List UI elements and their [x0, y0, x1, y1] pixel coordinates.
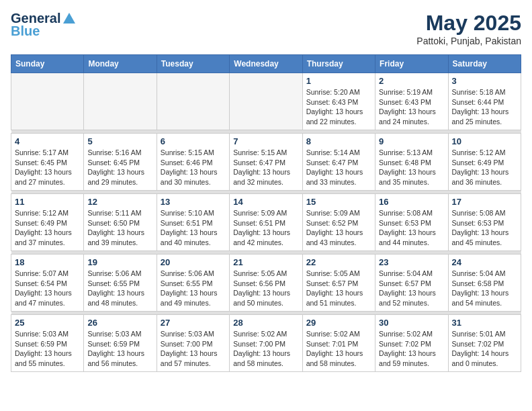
day-info: Sunrise: 5:05 AMSunset: 6:56 PMDaylight:…	[233, 269, 298, 308]
month-year: May 2025	[416, 11, 521, 36]
day-number: 7	[233, 136, 298, 146]
day-cell: 30Sunrise: 5:02 AMSunset: 7:02 PMDayligh…	[375, 315, 448, 372]
day-info: Sunrise: 5:09 AMSunset: 6:51 PMDaylight:…	[233, 208, 298, 248]
day-cell: 29Sunrise: 5:02 AMSunset: 7:01 PMDayligh…	[302, 315, 375, 372]
day-cell	[157, 73, 229, 130]
day-info: Sunrise: 5:03 AMSunset: 6:59 PMDaylight:…	[87, 329, 152, 369]
title-block: May 2025 Pattoki, Punjab, Pakistan	[416, 11, 521, 46]
day-info: Sunrise: 5:20 AMSunset: 6:43 PMDaylight:…	[306, 87, 371, 127]
day-cell: 21Sunrise: 5:05 AMSunset: 6:56 PMDayligh…	[230, 255, 302, 312]
day-number: 22	[306, 257, 371, 267]
day-number: 15	[306, 197, 371, 207]
day-cell: 7Sunrise: 5:15 AMSunset: 6:47 PMDaylight…	[230, 134, 302, 191]
weekday-header-friday: Friday	[375, 55, 448, 73]
weekday-header-tuesday: Tuesday	[157, 55, 229, 73]
day-info: Sunrise: 5:16 AMSunset: 6:45 PMDaylight:…	[87, 148, 152, 187]
day-cell: 22Sunrise: 5:05 AMSunset: 6:57 PMDayligh…	[302, 255, 375, 312]
day-number: 1	[306, 76, 371, 86]
day-info: Sunrise: 5:18 AMSunset: 6:44 PMDaylight:…	[452, 87, 517, 127]
day-cell: 27Sunrise: 5:03 AMSunset: 7:00 PMDayligh…	[157, 315, 229, 372]
day-info: Sunrise: 5:01 AMSunset: 7:02 PMDaylight:…	[452, 329, 517, 369]
week-row-1: 1Sunrise: 5:20 AMSunset: 6:43 PMDaylight…	[11, 73, 521, 130]
day-info: Sunrise: 5:19 AMSunset: 6:43 PMDaylight:…	[379, 87, 444, 127]
day-info: Sunrise: 5:03 AMSunset: 7:00 PMDaylight:…	[161, 329, 226, 369]
weekday-header-saturday: Saturday	[448, 55, 521, 73]
day-info: Sunrise: 5:08 AMSunset: 6:53 PMDaylight:…	[452, 208, 517, 248]
day-number: 9	[379, 136, 444, 146]
day-info: Sunrise: 5:15 AMSunset: 6:46 PMDaylight:…	[161, 148, 226, 187]
day-cell: 31Sunrise: 5:01 AMSunset: 7:02 PMDayligh…	[448, 315, 521, 372]
weekday-header-row: SundayMondayTuesdayWednesdayThursdayFrid…	[11, 55, 521, 73]
day-cell: 24Sunrise: 5:04 AMSunset: 6:58 PMDayligh…	[448, 255, 521, 312]
day-cell: 14Sunrise: 5:09 AMSunset: 6:51 PMDayligh…	[230, 194, 302, 251]
day-info: Sunrise: 5:02 AMSunset: 7:01 PMDaylight:…	[306, 329, 371, 369]
day-number: 30	[379, 318, 444, 328]
day-number: 29	[306, 318, 371, 328]
week-row-3: 11Sunrise: 5:12 AMSunset: 6:49 PMDayligh…	[11, 194, 521, 251]
day-number: 25	[15, 318, 80, 328]
day-info: Sunrise: 5:17 AMSunset: 6:45 PMDaylight:…	[15, 148, 80, 187]
weekday-header-wednesday: Wednesday	[230, 55, 302, 73]
day-info: Sunrise: 5:05 AMSunset: 6:57 PMDaylight:…	[306, 269, 371, 308]
day-number: 23	[379, 257, 444, 267]
day-cell: 2Sunrise: 5:19 AMSunset: 6:43 PMDaylight…	[375, 73, 448, 130]
day-number: 31	[452, 318, 517, 328]
day-number: 27	[161, 318, 226, 328]
week-row-5: 25Sunrise: 5:03 AMSunset: 6:59 PMDayligh…	[11, 315, 521, 372]
day-cell: 19Sunrise: 5:06 AMSunset: 6:55 PMDayligh…	[84, 255, 157, 312]
weekday-header-sunday: Sunday	[11, 55, 84, 73]
day-info: Sunrise: 5:09 AMSunset: 6:52 PMDaylight:…	[306, 208, 371, 248]
day-info: Sunrise: 5:04 AMSunset: 6:58 PMDaylight:…	[452, 269, 517, 308]
day-cell: 26Sunrise: 5:03 AMSunset: 6:59 PMDayligh…	[84, 315, 157, 372]
day-cell: 11Sunrise: 5:12 AMSunset: 6:49 PMDayligh…	[11, 194, 84, 251]
day-cell: 8Sunrise: 5:14 AMSunset: 6:47 PMDaylight…	[302, 134, 375, 191]
day-cell: 25Sunrise: 5:03 AMSunset: 6:59 PMDayligh…	[11, 315, 84, 372]
day-cell: 12Sunrise: 5:11 AMSunset: 6:50 PMDayligh…	[84, 194, 157, 251]
logo: General Blue	[11, 11, 77, 39]
day-number: 12	[87, 197, 152, 207]
calendar: SundayMondayTuesdayWednesdayThursdayFrid…	[11, 54, 521, 372]
day-cell: 16Sunrise: 5:08 AMSunset: 6:53 PMDayligh…	[375, 194, 448, 251]
day-number: 17	[452, 197, 517, 207]
day-number: 11	[15, 197, 80, 207]
day-cell: 23Sunrise: 5:04 AMSunset: 6:57 PMDayligh…	[375, 255, 448, 312]
day-cell	[84, 73, 157, 130]
day-cell: 5Sunrise: 5:16 AMSunset: 6:45 PMDaylight…	[84, 134, 157, 191]
week-row-4: 18Sunrise: 5:07 AMSunset: 6:54 PMDayligh…	[11, 255, 521, 312]
day-cell: 10Sunrise: 5:12 AMSunset: 6:49 PMDayligh…	[448, 134, 521, 191]
day-cell: 3Sunrise: 5:18 AMSunset: 6:44 PMDaylight…	[448, 73, 521, 130]
logo-icon	[62, 11, 77, 26]
day-cell: 20Sunrise: 5:06 AMSunset: 6:55 PMDayligh…	[157, 255, 229, 312]
week-row-2: 4Sunrise: 5:17 AMSunset: 6:45 PMDaylight…	[11, 134, 521, 191]
day-number: 13	[161, 197, 226, 207]
day-number: 2	[379, 76, 444, 86]
svg-marker-0	[63, 13, 75, 24]
day-info: Sunrise: 5:14 AMSunset: 6:47 PMDaylight:…	[306, 148, 371, 187]
day-cell: 17Sunrise: 5:08 AMSunset: 6:53 PMDayligh…	[448, 194, 521, 251]
day-number: 4	[15, 136, 80, 146]
day-cell: 6Sunrise: 5:15 AMSunset: 6:46 PMDaylight…	[157, 134, 229, 191]
weekday-header-thursday: Thursday	[302, 55, 375, 73]
day-cell	[230, 73, 302, 130]
day-number: 3	[452, 76, 517, 86]
day-number: 26	[87, 318, 152, 328]
page-header: General Blue May 2025 Pattoki, Punjab, P…	[11, 11, 521, 46]
day-number: 24	[452, 257, 517, 267]
day-number: 10	[452, 136, 517, 146]
day-info: Sunrise: 5:03 AMSunset: 6:59 PMDaylight:…	[15, 329, 80, 369]
day-cell: 13Sunrise: 5:10 AMSunset: 6:51 PMDayligh…	[157, 194, 229, 251]
day-cell: 15Sunrise: 5:09 AMSunset: 6:52 PMDayligh…	[302, 194, 375, 251]
day-info: Sunrise: 5:12 AMSunset: 6:49 PMDaylight:…	[15, 208, 80, 248]
day-number: 19	[87, 257, 152, 267]
day-info: Sunrise: 5:15 AMSunset: 6:47 PMDaylight:…	[233, 148, 298, 187]
weekday-header-monday: Monday	[84, 55, 157, 73]
day-number: 18	[15, 257, 80, 267]
day-number: 6	[161, 136, 226, 146]
day-cell	[11, 73, 84, 130]
day-info: Sunrise: 5:06 AMSunset: 6:55 PMDaylight:…	[87, 269, 152, 308]
day-cell: 28Sunrise: 5:02 AMSunset: 7:00 PMDayligh…	[230, 315, 302, 372]
day-number: 20	[161, 257, 226, 267]
day-number: 14	[233, 197, 298, 207]
day-info: Sunrise: 5:12 AMSunset: 6:49 PMDaylight:…	[452, 148, 517, 187]
day-cell: 9Sunrise: 5:13 AMSunset: 6:48 PMDaylight…	[375, 134, 448, 191]
